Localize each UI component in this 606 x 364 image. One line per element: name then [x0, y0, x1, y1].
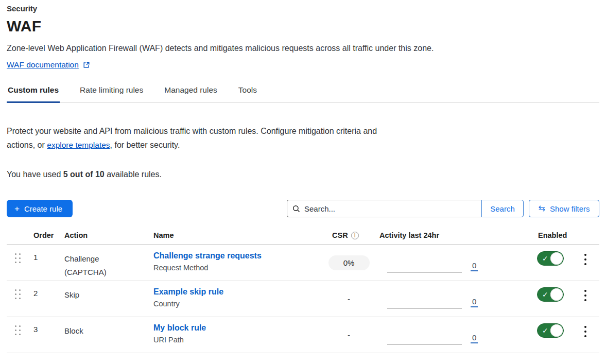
tab-managed-rules[interactable]: Managed rules [163, 83, 218, 103]
kebab-menu-button[interactable] [581, 250, 590, 268]
rule-order: 2 [28, 281, 59, 317]
header-order: Order [28, 231, 59, 239]
usage-text: You have used 5 out of 10 available rule… [7, 170, 599, 179]
toggle-knob [550, 288, 563, 301]
external-link-icon [83, 61, 90, 68]
activity-count-link[interactable]: 0 [471, 334, 478, 344]
csr-value: - [348, 294, 350, 303]
table-row: 2 Skip Example skip rule Country - 0 ✓ [7, 281, 599, 317]
check-icon: ✓ [542, 254, 548, 263]
toggle-knob [550, 252, 563, 265]
enabled-toggle[interactable]: ✓ [537, 251, 564, 266]
drag-handle[interactable] [15, 325, 28, 335]
search-input[interactable] [304, 204, 476, 213]
enabled-toggle[interactable]: ✓ [537, 323, 564, 338]
check-icon: ✓ [542, 290, 548, 299]
search-box [287, 200, 481, 217]
header-csr: CSR i [324, 231, 373, 239]
waf-documentation-link[interactable]: WAF documentation [7, 60, 79, 70]
activity-sparkline [387, 272, 462, 273]
swap-arrows-icon: ⇆ [539, 204, 545, 213]
rule-action: Block [59, 317, 149, 353]
waf-page: Security WAF Zone-level Web Application … [0, 0, 606, 353]
table-row: 1 Challenge (CAPTCHA) Challenge strange … [7, 245, 599, 281]
usage-prefix: You have used [7, 170, 63, 179]
rules-table: Order Action Name CSR i Activity last 24… [7, 228, 599, 353]
kebab-menu-button[interactable] [581, 322, 590, 340]
activity-sparkline [387, 344, 462, 345]
tab-tools[interactable]: Tools [237, 83, 258, 103]
header-csr-label: CSR [332, 231, 348, 239]
csr-value: - [348, 331, 350, 339]
drag-handle[interactable] [15, 289, 28, 299]
activity-count-link[interactable]: 0 [471, 298, 478, 308]
rule-name-link[interactable]: My block rule [153, 323, 206, 333]
explore-templates-link[interactable]: explore templates [47, 141, 110, 149]
search-icon [292, 205, 300, 213]
plus-icon: + [14, 204, 20, 213]
activity-sparkline [387, 308, 462, 309]
intro-text: Protect your website and API from malici… [7, 124, 390, 152]
tab-bar: Custom rules Rate limiting rules Managed… [7, 83, 599, 102]
drag-handle[interactable] [15, 253, 28, 263]
create-rule-label: Create rule [24, 204, 62, 213]
intro-after: , for better security. [110, 141, 180, 149]
rule-field: Request Method [153, 264, 324, 272]
kebab-menu-button[interactable] [581, 286, 590, 304]
enabled-toggle[interactable]: ✓ [537, 287, 564, 302]
toggle-knob [550, 324, 563, 337]
breadcrumb: Security [7, 4, 599, 13]
rule-order: 3 [28, 317, 59, 353]
rule-order: 1 [28, 245, 59, 281]
header-enabled: Enabled [530, 231, 574, 239]
info-icon[interactable]: i [351, 232, 359, 239]
page-title: WAF [7, 18, 599, 35]
usage-count: 5 out of 10 [63, 170, 105, 179]
rule-name-link[interactable]: Example skip rule [153, 287, 223, 297]
rule-field: Country [153, 300, 324, 308]
rule-action: Challenge (CAPTCHA) [59, 245, 149, 281]
activity-count-link[interactable]: 0 [471, 262, 478, 272]
rule-action: Skip [59, 281, 149, 317]
header-action: Action [59, 231, 149, 239]
table-header: Order Action Name CSR i Activity last 24… [7, 228, 599, 245]
rule-field: URI Path [153, 336, 324, 344]
csr-badge: 0% [328, 255, 370, 270]
show-filters-label: Show filters [550, 204, 590, 213]
rules-toolbar: + Create rule Search ⇆ Show filt [7, 200, 599, 217]
tab-rate-limiting-rules[interactable]: Rate limiting rules [79, 83, 144, 103]
usage-suffix: available rules. [105, 170, 162, 179]
rule-name-link[interactable]: Challenge strange requests [153, 251, 262, 261]
header-activity: Activity last 24hr [373, 231, 530, 239]
search-button[interactable]: Search [481, 200, 524, 217]
tab-custom-rules[interactable]: Custom rules [7, 83, 60, 103]
page-description: Zone-level Web Application Firewall (WAF… [7, 44, 599, 53]
create-rule-button[interactable]: + Create rule [7, 200, 73, 217]
header-name: Name [149, 231, 324, 239]
table-row: 3 Block My block rule URI Path - 0 ✓ [7, 317, 599, 353]
show-filters-button[interactable]: ⇆ Show filters [529, 200, 599, 217]
search-group: Search [287, 200, 524, 217]
check-icon: ✓ [542, 326, 548, 335]
